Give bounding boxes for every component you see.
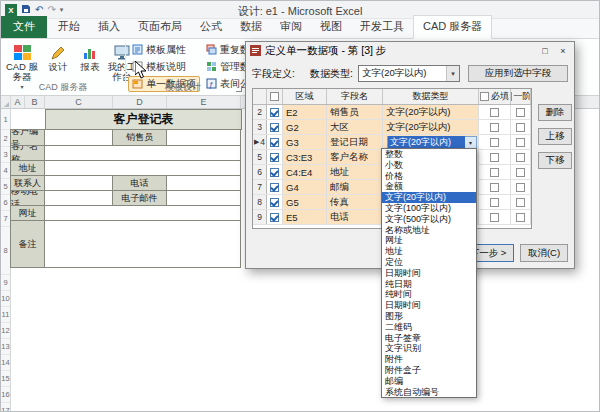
dropdown-option[interactable]: 文字(500字以内) xyxy=(382,214,476,225)
label-website[interactable]: 网址 xyxy=(10,205,45,221)
label-customer-name[interactable]: 客户名称 xyxy=(10,145,45,161)
inline-datatype-combobox[interactable]: 文字(20字以内) ▾ xyxy=(387,136,477,149)
dropdown-option[interactable]: 电子签章 xyxy=(382,333,476,344)
chevron-down-icon[interactable]: ▾ xyxy=(465,137,476,148)
label-salesperson[interactable]: 销售员 xyxy=(112,129,167,146)
cell-customer-no-value[interactable] xyxy=(44,129,113,146)
dropdown-option-selected[interactable]: 文字(20字以内) xyxy=(382,192,476,203)
col-header-d[interactable]: D xyxy=(113,96,167,108)
row-header[interactable]: 13 xyxy=(1,339,10,355)
row-checkbox[interactable] xyxy=(270,198,279,207)
cancel-button[interactable]: 取消(C) xyxy=(520,244,568,262)
grid-header-extra[interactable]: 一阶 xyxy=(511,89,531,104)
data-type-cell[interactable]: 文字(20字以内) xyxy=(383,120,479,134)
select-all-corner[interactable] xyxy=(1,96,11,108)
cell-website-value[interactable] xyxy=(44,205,241,221)
dropdown-option[interactable]: 文字(100字以内) xyxy=(382,203,476,214)
col-header-a[interactable]: A xyxy=(11,96,25,108)
dialog-maximize-button[interactable]: □ xyxy=(536,44,554,58)
required-checkbox[interactable] xyxy=(490,183,499,192)
field-name-cell[interactable]: 客户名称 xyxy=(327,150,383,164)
cell-mobile-value[interactable] xyxy=(44,190,113,206)
field-name-cell[interactable]: 邮编 xyxy=(327,180,383,194)
delete-button[interactable]: 删除 xyxy=(538,104,572,121)
row-header[interactable]: 9 xyxy=(1,275,10,291)
tab-formulas[interactable]: 公式 xyxy=(191,16,231,38)
dropdown-option[interactable]: 整数 xyxy=(382,149,476,160)
cell-customer-name-value[interactable] xyxy=(44,145,241,161)
row-checkbox[interactable] xyxy=(270,183,279,192)
tab-view[interactable]: 视图 xyxy=(311,16,351,38)
field-name-cell[interactable]: 传真 xyxy=(327,195,383,209)
grid-header-field[interactable]: 字段名 xyxy=(327,89,383,104)
row-checkbox[interactable] xyxy=(270,153,279,162)
row-header[interactable]: 11 xyxy=(1,307,10,323)
required-checkbox[interactable] xyxy=(490,198,499,207)
row-header[interactable]: 2 xyxy=(1,130,10,147)
row-number[interactable]: 7 xyxy=(253,180,267,194)
tab-home[interactable]: 开始 xyxy=(49,16,89,38)
extra-checkbox[interactable] xyxy=(516,108,525,117)
apply-to-selected-fields-button[interactable]: 应用到选中字段 xyxy=(468,65,568,82)
dropdown-option[interactable]: 金额 xyxy=(382,181,476,192)
region-cell[interactable]: C3:E3 xyxy=(283,150,327,164)
row-checkbox[interactable] xyxy=(270,123,279,132)
row-header[interactable]: 6 xyxy=(1,195,10,211)
dropdown-option[interactable]: 日期时间 xyxy=(382,268,476,279)
extra-checkbox[interactable] xyxy=(516,213,525,222)
dropdown-option[interactable]: 图形 xyxy=(382,311,476,322)
row-header[interactable]: 14 xyxy=(1,355,10,371)
required-checkbox[interactable] xyxy=(490,108,499,117)
select-all-checkbox[interactable] xyxy=(270,92,279,101)
row-header[interactable]: 1 xyxy=(1,109,10,130)
row-header[interactable]: 4 xyxy=(1,163,10,179)
label-email[interactable]: 电子邮件 xyxy=(112,190,167,206)
region-cell[interactable]: C4:E4 xyxy=(283,165,327,179)
required-checkbox[interactable] xyxy=(490,138,499,147)
col-header-c[interactable]: C xyxy=(45,96,113,108)
tab-developer[interactable]: 开发工具 xyxy=(351,16,413,38)
extra-checkbox[interactable] xyxy=(516,168,525,177)
row-number[interactable]: 2 xyxy=(253,105,267,119)
data-type-cell[interactable]: 文字(20字以内) xyxy=(383,105,479,119)
row-header[interactable]: 10 xyxy=(1,291,10,307)
dropdown-option[interactable]: 名称或地址 xyxy=(382,225,476,236)
label-customer-no[interactable]: 客户编号 xyxy=(10,129,45,146)
row-number[interactable]: 3 xyxy=(253,120,267,134)
move-up-button[interactable]: 上移 xyxy=(538,128,572,145)
chevron-down-icon[interactable]: ▾ xyxy=(446,66,459,81)
dropdown-option[interactable]: 文字识别 xyxy=(382,343,476,354)
grid-row[interactable]: 2 E2 销售员 文字(20字以内) xyxy=(253,105,531,120)
row-header[interactable]: 16 xyxy=(1,387,10,403)
row-header[interactable]: 7 xyxy=(1,211,10,227)
row-number[interactable]: ▶4 xyxy=(253,135,267,149)
cell-contact-value[interactable] xyxy=(44,175,113,191)
move-down-button[interactable]: 下移 xyxy=(538,152,572,169)
cell-address-value[interactable] xyxy=(44,160,241,176)
cell-remark-value[interactable] xyxy=(44,220,241,268)
row-header[interactable]: 8 xyxy=(1,227,10,275)
required-checkbox[interactable] xyxy=(490,123,499,132)
col-header-b[interactable]: B xyxy=(25,96,45,108)
grid-header-type[interactable]: 数据类型 xyxy=(383,89,479,104)
required-checkbox[interactable] xyxy=(490,168,499,177)
tab-file[interactable]: 文件 xyxy=(1,16,47,38)
row-checkbox[interactable] xyxy=(270,138,279,147)
template-properties-button[interactable]: 模板属性 xyxy=(128,42,200,58)
field-name-cell[interactable]: 地址 xyxy=(327,165,383,179)
row-header[interactable]: 5 xyxy=(1,179,10,195)
dialog-close-button[interactable]: × xyxy=(554,44,572,58)
row-number[interactable]: 9 xyxy=(253,210,267,224)
label-mobile[interactable]: 移动电话 xyxy=(10,190,45,206)
dropdown-option[interactable]: 二维码 xyxy=(382,322,476,333)
extra-checkbox[interactable] xyxy=(516,153,525,162)
dropdown-option[interactable]: 附件 xyxy=(382,354,476,365)
row-number[interactable]: 5 xyxy=(253,150,267,164)
dropdown-option[interactable]: 纯时间 xyxy=(382,289,476,300)
row-checkbox[interactable] xyxy=(270,108,279,117)
label-contact[interactable]: 联系人 xyxy=(10,175,45,191)
extra-checkbox[interactable] xyxy=(516,138,525,147)
tab-page-layout[interactable]: 页面布局 xyxy=(129,16,191,38)
region-cell[interactable]: G5 xyxy=(283,195,327,209)
dropdown-option[interactable]: 纯日期 xyxy=(382,279,476,290)
